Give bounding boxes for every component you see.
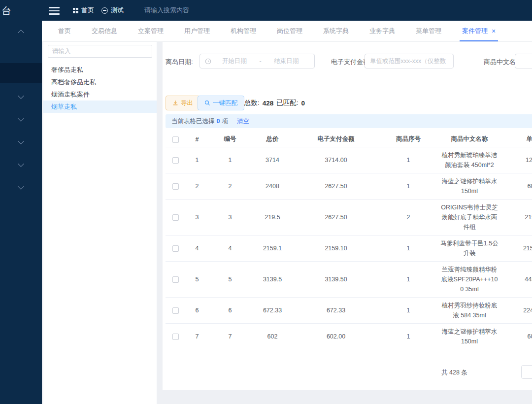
table-cell: 3 (185, 199, 209, 235)
table-cell: 224.11 (500, 297, 532, 323)
tab[interactable]: 案件管理 × (452, 21, 506, 41)
table-row: 2224082627.501海蓝之谜修护精萃水 150ml602 (166, 173, 532, 199)
column-header: 编号 (209, 132, 251, 147)
table-cell: ORIGINS韦博士灵芝焕能好底子精华水两件组 (438, 199, 500, 235)
tab[interactable]: 首页 (48, 21, 81, 41)
tree-search-input[interactable] (48, 45, 152, 58)
row-checkbox-cell (166, 261, 185, 297)
table-row: 442159.12159.101马爹利蓝带干邑1.5公升装2159.1 (166, 235, 532, 261)
date-start-placeholder: 开始日期 (211, 57, 257, 66)
case-type-item[interactable]: 烟草走私 (43, 101, 157, 113)
row-checkbox[interactable] (172, 307, 179, 314)
sidebar-active-item[interactable] (0, 63, 42, 83)
tab[interactable]: 用户管理 (174, 21, 220, 41)
row-checkbox-cell (166, 323, 185, 349)
amount-filter-input[interactable] (365, 54, 454, 68)
match-button-label: 一键匹配 (213, 99, 237, 107)
table-cell: 2408 (251, 173, 294, 199)
table-cell: 兰蔻菁纯臻颜精华粉底液SPF20PA+++100 35ml (438, 261, 500, 297)
table-cell: 602 (251, 323, 294, 349)
global-search-placeholder: 请输入搜索内容 (144, 6, 189, 15)
tab-label: 业务字典 (369, 27, 395, 35)
tab[interactable]: 岗位管理 (266, 21, 313, 41)
table-cell: 1238 (500, 147, 532, 173)
selection-count: 0 (217, 118, 220, 125)
expand-down-icon[interactable] (18, 161, 24, 167)
column-header: 单价 (500, 132, 532, 147)
select-all-checkbox[interactable] (172, 136, 179, 143)
table-cell: 3714.00 (294, 147, 378, 173)
page-size-select[interactable] (521, 365, 532, 379)
selection-suffix: 项 (222, 117, 228, 126)
case-type-item[interactable]: 高档奢侈品走私 (43, 76, 157, 88)
row-checkbox[interactable] (172, 183, 179, 190)
tab[interactable]: 机构管理 (220, 21, 266, 41)
date-separator: - (257, 58, 263, 65)
tab[interactable]: 系统字典 (313, 21, 359, 41)
table-header-row: #编号总价电子支付金额商品序号商品中文名称单价 (166, 132, 532, 147)
search-icon (204, 100, 210, 106)
tab[interactable]: 业务字典 (359, 21, 405, 41)
export-button[interactable]: 导出 (166, 96, 200, 110)
nav-home-label: 首页 (81, 6, 94, 15)
table-cell: 6 (209, 297, 251, 323)
case-type-item[interactable]: 奢侈品走私 (43, 64, 157, 76)
expand-down-icon[interactable] (18, 115, 24, 122)
total-label: 总数: (244, 99, 260, 107)
row-checkbox-cell (166, 147, 185, 173)
tab[interactable]: 菜单管理 (405, 21, 452, 41)
row-checkbox-cell (166, 297, 185, 323)
tab-label: 案件管理 (462, 27, 488, 35)
download-icon (172, 100, 178, 106)
table-row: 77602602.001海蓝之谜修护精萃水 150ml602 (166, 323, 532, 349)
row-checkbox-cell (166, 199, 185, 235)
row-checkbox[interactable] (172, 245, 179, 252)
tab[interactable]: 交易信息 (81, 21, 128, 41)
table-cell: 1 (378, 235, 438, 261)
expand-down-icon[interactable] (18, 183, 24, 190)
row-checkbox[interactable] (172, 214, 179, 221)
column-header: 总价 (251, 132, 294, 147)
name-filter-input[interactable] (515, 54, 532, 68)
case-table-panel: 离岛日期: 开始日期 - 结束日期 电子支付金额: 商品中文名称: 导出 一键匹… (163, 42, 532, 390)
grid-icon (73, 8, 78, 13)
row-checkbox[interactable] (172, 157, 179, 164)
case-type-list: 奢侈品走私 高档奢侈品走私 烟酒走私案件 烟草走私 (43, 64, 157, 113)
collapsed-sidebar (0, 21, 42, 404)
date-range-picker[interactable]: 开始日期 - 结束日期 (200, 54, 315, 68)
match-stats: 总数: 428 已匹配: 0 (244, 96, 305, 110)
top-navbar: 台 首页 测试 请输入搜索内容 (0, 0, 532, 21)
tab-close-icon[interactable]: × (492, 28, 496, 34)
row-checkbox-cell (166, 173, 185, 199)
collapse-up-icon[interactable] (18, 30, 24, 36)
table-cell: 602 (500, 323, 532, 349)
nav-home[interactable]: 首页 (73, 0, 94, 21)
one-click-match-button[interactable]: 一键匹配 (198, 96, 244, 110)
table-cell: 602 (500, 173, 532, 199)
table-cell: 2 (209, 173, 251, 199)
table-cell: 219.5 (500, 199, 532, 235)
clear-selection-link[interactable]: 清空 (237, 117, 249, 126)
table-cell: 1 (378, 173, 438, 199)
expand-down-icon[interactable] (18, 93, 24, 99)
clock-icon (205, 58, 211, 65)
tab-label: 机构管理 (231, 27, 256, 35)
expand-down-icon[interactable] (18, 138, 24, 144)
table-cell: 7 (185, 323, 209, 349)
table-cell: 海蓝之谜修护精萃水 150ml (438, 323, 500, 349)
row-checkbox[interactable] (172, 334, 179, 340)
tab-label: 菜单管理 (416, 27, 441, 35)
global-search-input[interactable]: 请输入搜索内容 (144, 0, 189, 21)
table-cell: 2627.50 (294, 173, 378, 199)
nav-test-label: 测试 (111, 6, 124, 15)
hamburger-menu-icon[interactable] (49, 7, 60, 17)
date-end-placeholder: 结束日期 (264, 57, 309, 66)
tab-label: 立案管理 (138, 27, 164, 35)
nav-test[interactable]: 测试 (101, 0, 124, 21)
row-checkbox[interactable] (172, 276, 179, 283)
table-cell: 448.5 (500, 261, 532, 297)
tab[interactable]: 立案管理 (128, 21, 174, 41)
case-type-item[interactable]: 烟酒走私案件 (43, 88, 157, 101)
pagination: 共 428 条 (163, 365, 532, 380)
table-cell: 马爹利蓝带干邑1.5公升装 (438, 235, 500, 261)
